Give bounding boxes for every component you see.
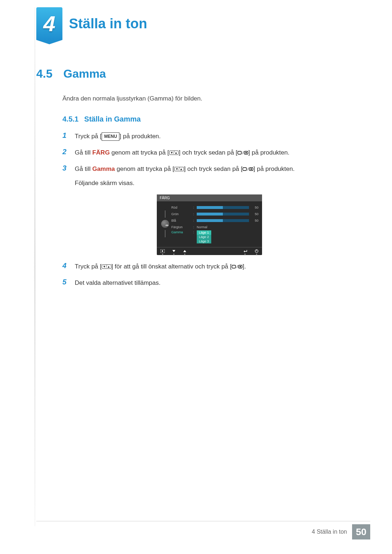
- osd-row-green: Grön : 50: [171, 211, 258, 217]
- gamma-dropdown: Läge 1 Läge 2 Läge 3: [197, 230, 211, 243]
- osd-row-gamma: Gamma : Läge 1 Läge 2 Läge 3: [171, 230, 258, 243]
- step-number: 4: [62, 262, 69, 270]
- svg-rect-4: [243, 168, 246, 171]
- slider-red: [197, 206, 249, 209]
- step-2: 2 Gå till FÄRG genom att trycka på [▼/▲]…: [62, 148, 356, 158]
- power-icon: [255, 249, 258, 253]
- chapter-header: 4 Ställa in ton: [36, 7, 147, 40]
- osd-footer: [157, 247, 262, 255]
- osd-screenshot: FÄRG Röd : 50: [157, 194, 262, 255]
- step-text: Tryck på [MENU] på produkten.: [75, 131, 161, 142]
- osd-title: FÄRG: [157, 194, 262, 201]
- slider-blue: [197, 219, 249, 222]
- footer-rule: [36, 521, 370, 521]
- svg-rect-0: [238, 151, 241, 154]
- down-up-icon: ▼/▲: [169, 151, 179, 155]
- osd-icon-column: [159, 204, 171, 243]
- svg-point-3: [245, 152, 247, 153]
- step-4: 4 Tryck på [▼/▲] för att gå till önskat …: [62, 262, 356, 272]
- step-5: 5 Det valda alternativet tillämpas.: [62, 278, 356, 288]
- chapter-number: 4: [43, 11, 55, 36]
- gamma-option-2: Läge 2: [197, 235, 211, 239]
- step-text: Tryck på [▼/▲] för att gå till önskat al…: [75, 262, 246, 272]
- subsection-number: 4.5.1: [62, 115, 78, 123]
- svg-marker-10: [172, 250, 175, 252]
- svg-marker-11: [183, 250, 186, 252]
- slider-green: [197, 213, 249, 216]
- step-text: Det valda alternativet tillämpas.: [75, 278, 160, 288]
- side-stripe: [34, 7, 36, 526]
- down-up-icon: ▼/▲: [102, 264, 111, 269]
- step-text: Gå till Gamma genom att trycka på [▼/▲] …: [75, 164, 295, 189]
- svg-marker-9: [162, 250, 163, 252]
- svg-text:/: /: [242, 151, 244, 155]
- source-enter-icon: /: [232, 262, 242, 272]
- enter-icon: [242, 249, 248, 253]
- step-number: 1: [62, 131, 69, 140]
- page-number: 50: [352, 524, 370, 539]
- up-icon: [183, 249, 187, 253]
- step-text: Gå till FÄRG genom att trycka på [▼/▲] o…: [75, 148, 289, 158]
- svg-text:/: /: [237, 265, 238, 269]
- section-heading: 4.5 Gamma: [36, 67, 356, 81]
- subsection-heading: 4.5.1 Ställa in Gamma: [62, 115, 356, 123]
- osd-row-blue: Blå : 50: [171, 217, 258, 224]
- page-footer: 4 Ställa in ton 50: [312, 524, 370, 539]
- osd-row-red: Röd : 50: [171, 204, 258, 211]
- step-number: 3: [62, 164, 69, 172]
- section-title: Gamma: [63, 67, 106, 81]
- step-number: 2: [62, 148, 69, 156]
- palette-icon: [161, 220, 169, 228]
- subsection-title: Ställa in Gamma: [84, 115, 141, 123]
- step-1: 1 Tryck på [MENU] på produkten.: [62, 131, 356, 142]
- source-enter-icon: /: [237, 148, 248, 158]
- step-number: 5: [62, 278, 69, 286]
- svg-rect-14: [232, 265, 236, 268]
- footer-text: 4 Ställa in ton: [312, 529, 347, 535]
- chapter-title: Ställa in ton: [69, 16, 147, 32]
- down-up-icon: ▼/▲: [174, 167, 184, 171]
- down-icon: [172, 249, 176, 253]
- gamma-option-1: Läge 1: [197, 230, 211, 235]
- svg-text:/: /: [248, 167, 249, 171]
- source-enter-icon: /: [242, 164, 253, 175]
- menu-button-icon: MENU: [102, 132, 119, 140]
- gamma-option-3: Läge 3: [197, 239, 211, 243]
- back-icon: [160, 249, 165, 253]
- chapter-badge: 4: [36, 7, 62, 40]
- svg-point-7: [250, 168, 252, 170]
- step-3: 3 Gå till Gamma genom att trycka på [▼/▲…: [62, 164, 356, 189]
- osd-row-tone: Färgton : Normal: [171, 224, 258, 230]
- section-intro: Ändra den normala ljusstyrkan (Gamma) fö…: [62, 95, 356, 102]
- section-number: 4.5: [36, 67, 52, 81]
- svg-point-17: [240, 266, 241, 267]
